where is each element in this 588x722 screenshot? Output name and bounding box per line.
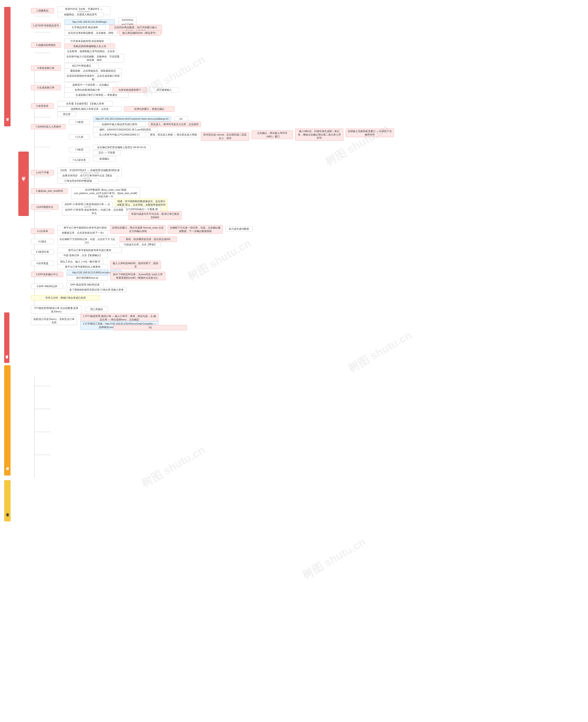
step7-3-node2: 定位 — 可批量	[93, 150, 121, 155]
step7-2-node5: 输入IMEI后，扫描年就生成第一条记录，继续点击确认弹出第二条已录入序列号	[295, 129, 343, 141]
label-ruku-cangku: 入库出库操作	[4, 312, 9, 363]
mindmap-container: 入库 1.创建商品 登录POP店【自营、开通ERP】— 159999999 创建…	[5, 5, 567, 717]
step6-node3: 货记录	[58, 112, 76, 117]
ck2-node1: 在右侧框下方找到纸记录，勾选，点击在下方【运行】	[58, 236, 117, 245]
step7-4-node1: 捡源确认	[93, 156, 116, 162]
step6-node2: 选择刚生成的入库单记录，点击发	[58, 106, 122, 112]
ck3-node1: 将平台订单号复制到参考单号进行查询	[58, 248, 122, 253]
ck6-node1: ERP-商品管理-IMEI码记录	[67, 282, 103, 287]
label-chuku: 出库	[4, 365, 10, 475]
step7-3-node1: 在右侧记录栏双击编辑上架货位 08-05-02-01	[93, 145, 150, 150]
step5-node3: 生成采购订单打订单审批 — 审批通过	[64, 92, 129, 98]
step7-2-node2: 查询，双击进入单据 — 再次双击进入明细	[148, 132, 199, 137]
step4-node3: 在适供应商报价申请表中，点击生成采购订单按钮	[64, 73, 122, 82]
gg2-label: 奶奶流公司改为kerry，否则无法订单关闭	[31, 316, 77, 325]
step7-4-label: 7.4上架任务	[69, 157, 89, 163]
rkck2-node1: 在ERP数据库-表erp_order_mast 根据cod_platform_o…	[71, 187, 140, 199]
gg2-node1: 1.TFT-物流管理-物流订单 — 输入订单号，查询，然后勾选，点 确定出单 —…	[80, 313, 159, 322]
step3-node4: 在列表中输入计划采购数、采购单价、可供货量、供应商、保存	[64, 54, 124, 62]
step5-node1: 选择其中一个供应商 — 点击确认	[64, 82, 117, 87]
step5-node2b: 仓库名称选择前两个	[112, 87, 147, 92]
step5-node2: 在弹出的新增采购订单	[64, 87, 110, 92]
ck7-note: 等等几分钟，商铺订单会变成已发货	[31, 295, 100, 301]
rkck2-label: 2.修改dat_distr_limit时间	[31, 188, 68, 194]
ck3-node2: 勾选 该条记录，点击【捡源确认】	[58, 253, 108, 258]
ck2-node2: 新组，前步骤变改完成，波次状态成500	[120, 236, 177, 242]
ck1-node2: 创建备忘录、点击添加波次(前下一步)	[58, 230, 108, 235]
step7-label: 7.在WMS进入入库操作	[31, 124, 65, 129]
ck2-label: 4.2波次	[31, 239, 54, 244]
step7-1-label: 7.1收货	[69, 120, 89, 125]
step5-node2c: 其它随便输入	[149, 87, 179, 92]
step2-label: 2.在TERP关联商品货号	[31, 23, 61, 28]
ck5-node1: 执行器切换到erp-sit	[67, 275, 108, 281]
step7-1-url: http://47.242.203.210/wms.html?customer=…	[93, 116, 171, 122]
ck1-label: 4.1出库单	[31, 229, 54, 234]
ck2-node3: 勾选波次记录，点击【释放】	[120, 242, 161, 247]
step7-1-node1: 在搜码中输入商品货号进行查询	[93, 122, 146, 127]
step2-url: http://192.168.50.231:9339/login	[64, 19, 115, 25]
step5-label: 5.生成采购订单	[31, 85, 61, 90]
label-gaige: 改革	[4, 480, 10, 521]
step3-node2: 采购总部则将编辑输入后上传	[64, 44, 115, 49]
step3-node1: 打开菜单采购管理-供应商报价	[64, 39, 110, 44]
step2-node2: 打开商品管理-商品资料	[64, 25, 106, 30]
step7-2-label: 7.2入库	[69, 135, 89, 140]
gg1-label: TFT物流管理/物流订单 后台的数量 改革 改为kerry	[31, 306, 82, 314]
step7-2-node1: 在入库单号中输入PO2309010000 17	[93, 132, 146, 137]
step7-3-label: 7.3收货	[69, 147, 89, 152]
step3-label: 3.创建供应商报价	[31, 42, 61, 48]
ck1-node1: 将平台订单号复制到出库单号进行查询	[58, 225, 112, 230]
step7-1-node2: 双击进入，将序列号改为入出库，点击保存	[148, 122, 201, 127]
ck5-node2: 执行了84的定时任务：从wms同步 erp出入库单据里面的imei码（每隔外点后…	[110, 272, 165, 280]
ck6-node2: 多了两条IMEI相同关联记录-订单出库 采购入库单	[67, 287, 126, 292]
gg1-node1: 用工具跑站	[85, 307, 108, 312]
step2-node5: 输入商品编码EAN（商品货号）	[120, 30, 161, 36]
step7-2-node6: 全部输入完跳回收货窗口 — 记录到了右侧序列号	[346, 129, 394, 137]
step4-node1: 在EJT中审批通过	[64, 63, 99, 68]
step1-label: 1.创建商品	[31, 8, 54, 13]
ck6-label: 6.ERP-IMEI码记录	[31, 284, 63, 289]
rkck3-node2b: 等该勾选是勾不不勾点击，取消订单已推送到WMS	[129, 211, 182, 220]
page-container: 入库 出库 改革 入库出库操作 入库 1.创建商	[0, 0, 588, 722]
step4-node2: 重新刷新，点击审核状态、获取最新状态	[64, 68, 122, 74]
step4-label: 4.审批采购订单	[31, 65, 61, 71]
ck4-node3: 输入入库时的IMEI码，按回车两下，按回车	[110, 261, 161, 269]
step7-1-node3: 编码：EAN4347230029S301 录入can码到货找	[93, 127, 158, 132]
step2-node4: 在完步过来的商品数据，点击修改，拼组	[64, 30, 117, 36]
rkck1-label: 1.HS下手番	[31, 170, 54, 175]
step7-2-node4: 点击确认，弹出输入序列号（IMEI）窗口	[252, 130, 293, 139]
ck5-label: 5.ERP业务确认中心	[31, 272, 63, 277]
ck4-label: 4.技术复盘	[31, 261, 54, 266]
step6-node1: 在常量【仓储管理】【采购入库单	[58, 101, 112, 106]
label-ruku: 入库	[4, 7, 10, 126]
ite-text: iTE	[113, 325, 187, 330]
rkck3-node2: 在ERP-订单管理-发起单查询 — 勾选订单，点击调度外仓	[62, 207, 126, 216]
ck3-label: 4.3选货任务	[31, 249, 54, 254]
ck4-node2: 将平台订单号复制到左上角查询	[58, 264, 108, 269]
step1-node2: 创建商品，无需填入商品货号	[58, 12, 103, 17]
ck1-node5: 加入波次成功数据	[225, 226, 253, 231]
ck1-node3: 在弹出的窗口，再次关选择 Normal_order,点击左方的确认按钮	[110, 225, 165, 234]
rkck3-label: 3.ERP调度外仓	[31, 204, 59, 210]
ck1-node4: 右侧框下方左多一些记录，勾选，点击确认建波数据，下一步确认数据按钮	[168, 225, 223, 234]
ruku-main-label: 入库	[18, 151, 29, 216]
step6-label: 6.发货登录	[31, 103, 54, 109]
step6-node2b: 在弹出的窗口，直接点确认	[124, 106, 174, 112]
rkck1-node3: 订单会同步到ERP数据端	[58, 178, 99, 184]
step7-2-node3: 库存状态选 normal，定位框到选二层及以上，保存	[201, 132, 249, 141]
